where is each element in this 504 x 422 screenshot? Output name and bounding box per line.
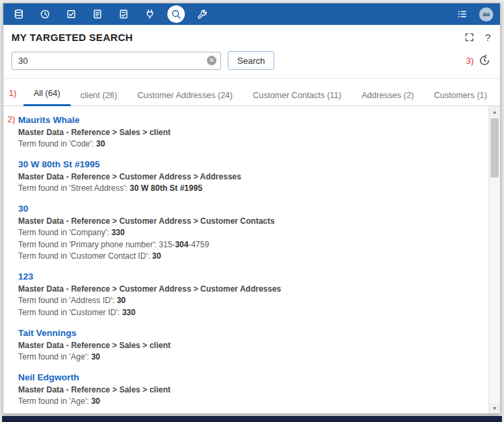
header: MY TARGETED SEARCH ? [3,25,500,47]
result-title-link[interactable]: 30 [18,204,28,214]
wrench-button[interactable] [194,5,211,23]
annotation-1: 1) [9,88,17,98]
result-match: Term found in 'Street Address': 30 W 80t… [18,183,483,194]
search-button[interactable] [167,5,185,23]
bottom-strip [2,416,502,422]
search-icon [171,9,181,19]
search-right: 3) [466,54,491,67]
result-match: Term found in 'Customer ID': 330 [18,307,483,319]
database-icon [13,9,24,19]
result-path: Master Data - Reference > Customer Addre… [18,171,483,183]
result-path: Master Data - Reference > Sales > client [18,384,483,396]
clock-button[interactable] [36,5,54,23]
result-path: Master Data - Reference > Sales > client [18,127,483,138]
result-title-link[interactable]: 30 W 80th St #1995 [18,159,100,169]
scroll-up-button[interactable]: ▲ [489,106,500,117]
results-list: Maurits WhaleMaster Data - Reference > S… [3,106,489,413]
tab-customers-1[interactable]: Customers (1) [424,86,497,106]
result-title-link[interactable]: Tait Vennings [18,328,77,338]
scroll-down-button[interactable]: ▼ [489,403,500,413]
result-path: Master Data - Reference > Customer Addre… [18,284,483,295]
topbar: aa [3,3,500,25]
topbar-icons [10,5,211,23]
search-result: Tait VenningsMaster Data - Reference > S… [18,327,483,363]
notes-button[interactable] [89,5,106,23]
search-input[interactable] [11,52,221,70]
clear-search-icon[interactable]: ✕ [207,56,216,65]
help-button[interactable]: ? [485,32,491,43]
search-result: Maurits WhaleMaster Data - Reference > S… [18,114,483,150]
result-match: Term found in 'Address ID': 30 [18,295,483,306]
search-result: 123Master Data - Reference > Customer Ad… [18,270,483,319]
page: aa MY TARGETED SEARCH ? ✕ Search 3) [0,0,504,422]
page-title: MY TARGETED SEARCH [11,32,133,43]
tab-client-26[interactable]: client (26) [71,86,128,106]
result-title-link[interactable]: Neil Edgworth [18,372,79,382]
scrollbar-track[interactable] [489,117,500,403]
annotation-3: 3) [466,56,474,66]
search-bar: ✕ Search 3) [3,47,500,79]
tab-addresses-2[interactable]: Addresses (2) [351,86,424,106]
database-button[interactable] [10,5,28,23]
result-path: Master Data - Reference > Customer Addre… [18,216,483,227]
search-result: Neil EdgworthMaster Data - Reference > S… [18,371,483,407]
list-icon [457,9,468,19]
annotation-2: 2) [7,114,15,124]
search-input-wrap: ✕ [11,52,221,70]
checkbox-icon [66,9,77,19]
result-match: Term found in 'Code': 30 [18,138,483,150]
app-window: aa MY TARGETED SEARCH ? ✕ Search 3) [3,3,501,414]
notes-icon [92,9,103,19]
avatar[interactable]: aa [479,7,493,22]
scrollbar[interactable]: ▲ ▼ [489,106,500,413]
search-result: 30 W 80th St #1995Master Data - Referenc… [18,158,483,194]
checkbox-button[interactable] [62,5,80,23]
wrench-icon [197,9,208,19]
expand-icon[interactable] [464,32,474,42]
tab-customer-contacts-11[interactable]: Customer Contacts (11) [243,86,351,106]
note-check-icon [118,9,129,19]
result-match: Term found in 'Customer Contact ID': 30 [18,251,483,262]
result-match: Term found in 'Company': 330 [18,227,483,239]
result-match: Term found in 'Primary phone number': 31… [18,239,483,251]
log-list-button[interactable] [454,5,471,23]
result-title-link[interactable]: 123 [18,271,34,282]
history-icon [478,54,491,67]
result-path: Master Data - Reference > Sales > client [18,340,483,351]
result-tabs: 1) All (64)client (26)Customer Addresses… [3,79,500,106]
search-history-button[interactable] [478,54,491,67]
result-title-link[interactable]: Maurits Whale [18,115,80,125]
scrollbar-thumb[interactable] [491,118,499,177]
search-result: 30Master Data - Reference > Customer Add… [18,202,483,262]
plug-icon [144,9,155,19]
topbar-right: aa [454,5,493,23]
plug-button[interactable] [141,5,159,23]
result-match: Term found in 'Age': 30 [18,396,483,407]
clock-icon [40,9,50,19]
results-area: 2) Maurits WhaleMaster Data - Reference … [3,106,500,413]
search-button[interactable]: Search [228,51,274,70]
header-actions: ? [464,32,491,43]
result-match: Term found in 'Age': 30 [18,351,483,363]
tab-all-64[interactable]: All (64) [24,84,71,106]
tab-customer-addresses-24[interactable]: Customer Addresses (24) [127,86,243,106]
note-check-button[interactable] [115,5,132,23]
